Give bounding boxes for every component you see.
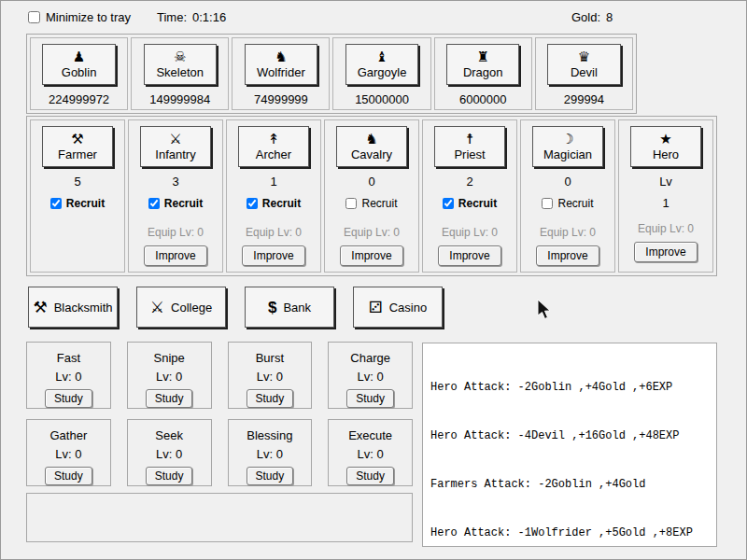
- cavalry-recruit-checkbox[interactable]: [345, 198, 357, 209]
- archer-button[interactable]: ↟ Archer: [238, 126, 309, 167]
- magician-icon: ☽: [561, 132, 573, 146]
- time-label: Time:: [157, 10, 187, 24]
- skill-card-execute: Execute Lv: 0 Study: [328, 419, 413, 486]
- cavalry-button[interactable]: ♞ Cavalry: [336, 126, 407, 167]
- cavalry-improve-button[interactable]: Improve: [340, 245, 402, 266]
- wolfrider-icon: ♞: [275, 49, 287, 63]
- hero-button[interactable]: ★ Hero: [630, 126, 701, 167]
- gold-value: 8: [606, 10, 613, 24]
- priest-icon: ☨: [466, 132, 473, 146]
- priest-button[interactable]: ☨ Priest: [434, 126, 505, 167]
- unit-count: 2: [466, 175, 472, 189]
- recruit-label: Recruit: [164, 197, 203, 210]
- bank-button[interactable]: $ Bank: [245, 287, 334, 328]
- enemy-name: Gargoyle: [358, 65, 407, 79]
- skill-level: Lv: 0: [257, 447, 283, 461]
- skill-name: Gather: [50, 428, 88, 442]
- hero-improve-button[interactable]: Improve: [634, 242, 697, 262]
- blacksmith-label: Blacksmith: [54, 301, 113, 315]
- equip-level-label: Equip Lv: 0: [442, 226, 498, 239]
- gather-study-button[interactable]: Study: [45, 467, 92, 485]
- battle-log[interactable]: Hero Attack: -2Goblin ,+4Gold ,+6EXP Her…: [422, 343, 717, 547]
- skeleton-icon: ☠: [174, 49, 186, 63]
- unit-name: Infantry: [155, 147, 195, 161]
- skill-card-seek: Seek Lv: 0 Study: [127, 419, 212, 486]
- archer-recruit-option[interactable]: Recruit: [247, 197, 301, 210]
- fast-study-button[interactable]: Study: [45, 389, 92, 408]
- skill-card-charge: Charge Lv: 0 Study: [328, 342, 413, 409]
- unit-name: Cavalry: [351, 147, 392, 161]
- unit-count: 1: [270, 175, 276, 189]
- infantry-improve-button[interactable]: Improve: [144, 245, 206, 266]
- charge-study-button[interactable]: Study: [346, 389, 394, 408]
- cavalry-recruit-option[interactable]: Recruit: [345, 197, 397, 210]
- goblin-button[interactable]: ♟ Goblin: [42, 44, 115, 85]
- priest-improve-button[interactable]: Improve: [438, 245, 500, 266]
- casino-button[interactable]: ⚂ Casino: [353, 287, 443, 328]
- infantry-button[interactable]: ⚔ Infantry: [140, 126, 211, 167]
- skill-card-snipe: Snipe Lv: 0 Study: [127, 342, 212, 409]
- minimize-to-tray-checkbox[interactable]: [28, 11, 40, 23]
- magician-button[interactable]: ☽ Magician: [532, 126, 603, 167]
- priest-recruit-option[interactable]: Recruit: [443, 197, 497, 210]
- wolfrider-button[interactable]: ♞ Wolfrider: [245, 44, 317, 85]
- skeleton-button[interactable]: ☠ Skeleton: [144, 44, 217, 85]
- units-panel: ⚒ Farmer 5 Recruit ⚔ Infantry 3 Recruit …: [26, 116, 717, 276]
- archer-recruit-checkbox[interactable]: [247, 198, 258, 209]
- minimize-to-tray-option[interactable]: Minimize to tray: [28, 10, 131, 24]
- burst-study-button[interactable]: Study: [247, 389, 294, 408]
- skill-level: Lv: 0: [358, 370, 384, 384]
- dragon-button[interactable]: ♜ Dragon: [446, 44, 519, 85]
- unit-count: 3: [172, 175, 178, 189]
- infantry-recruit-checkbox[interactable]: [148, 198, 160, 209]
- hero-icon: ★: [659, 132, 671, 146]
- recruit-label: Recruit: [66, 197, 105, 210]
- log-line: Hero Attack: -1Wolfrider ,+5Gold ,+8EXP: [430, 525, 709, 541]
- devil-button[interactable]: ♛ Devil: [547, 44, 620, 85]
- priest-recruit-checkbox[interactable]: [443, 198, 454, 209]
- college-button[interactable]: ⚔ College: [136, 287, 226, 328]
- magician-improve-button[interactable]: Improve: [536, 245, 599, 266]
- execute-study-button[interactable]: Study: [346, 467, 394, 485]
- snipe-study-button[interactable]: Study: [146, 389, 193, 408]
- magician-recruit-option[interactable]: Recruit: [542, 197, 593, 210]
- enemy-name: Skeleton: [156, 65, 204, 79]
- equip-level-label: Equip Lv: 0: [344, 226, 400, 239]
- devil-icon: ♛: [578, 49, 590, 63]
- skill-name: Snipe: [154, 351, 185, 365]
- infantry-recruit-option[interactable]: Recruit: [148, 197, 203, 210]
- enemy-name: Dragon: [463, 65, 503, 79]
- bank-icon: $: [268, 300, 276, 315]
- farmer-recruit-option[interactable]: Recruit: [50, 197, 105, 210]
- enemy-count: 15000000: [355, 92, 409, 106]
- infantry-icon: ⚔: [169, 132, 181, 146]
- equip-level-label: Equip Lv: 0: [246, 226, 302, 239]
- blessing-study-button[interactable]: Study: [247, 467, 294, 485]
- unit-card-hero: ★ Hero Lv 1 Equip Lv: 0 Improve: [618, 119, 713, 273]
- skill-name: Seek: [155, 428, 183, 442]
- enemy-count: 224999972: [49, 92, 109, 106]
- time-value: 0:1:16: [192, 10, 226, 24]
- enemy-name: Devil: [571, 65, 598, 79]
- blacksmith-icon: ⚒: [33, 300, 47, 315]
- gargoyle-icon: ♝: [375, 49, 388, 63]
- skill-name: Blessing: [247, 428, 292, 442]
- unit-name: Archer: [256, 147, 291, 161]
- farmer-icon: ⚒: [71, 132, 83, 146]
- magician-recruit-checkbox[interactable]: [542, 198, 553, 209]
- farmer-recruit-checkbox[interactable]: [50, 198, 62, 209]
- seek-study-button[interactable]: Study: [146, 467, 193, 485]
- skill-card-burst: Burst Lv: 0 Study: [228, 342, 313, 409]
- enemy-count: 299994: [564, 92, 604, 106]
- blacksmith-button[interactable]: ⚒ Blacksmith: [28, 287, 118, 328]
- farmer-button[interactable]: ⚒ Farmer: [42, 126, 113, 167]
- unit-card-magician: ☽ Magician 0 Recruit Equip Lv: 0 Improve: [520, 119, 615, 273]
- log-line: Farmers Attack: -2Goblin ,+4Gold: [430, 477, 709, 493]
- archer-improve-button[interactable]: Improve: [242, 245, 304, 266]
- recruit-label: Recruit: [361, 197, 397, 210]
- unit-card-priest: ☨ Priest 2 Recruit Equip Lv: 0 Improve: [422, 119, 517, 273]
- unit-count: 0: [368, 175, 374, 189]
- skill-level: Lv: 0: [358, 447, 384, 461]
- recruit-label: Recruit: [458, 197, 497, 210]
- gargoyle-button[interactable]: ♝ Gargoyle: [345, 44, 418, 85]
